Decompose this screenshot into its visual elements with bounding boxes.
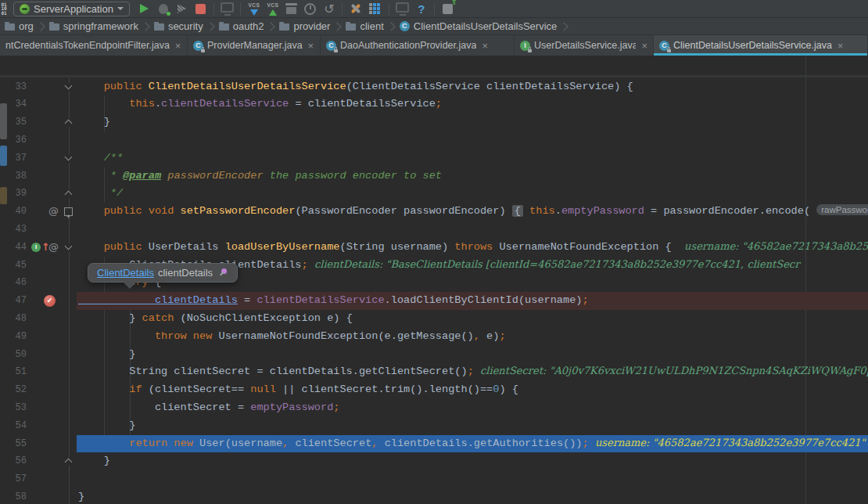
close-icon[interactable]: × [308,40,314,52]
gutter[interactable] [27,113,77,131]
code-text[interactable]: public UserDetails loadUserByUsername(St… [77,239,868,257]
gutter[interactable] [27,221,77,239]
attach-to-process-button[interactable] [393,0,412,17]
gutter[interactable] [27,292,77,310]
lock-icon [528,49,532,52]
line-number: 46 [0,274,27,292]
code-editor[interactable]: 33 public ClientDetailsUserDetailsServic… [0,56,868,504]
save-all-button[interactable] [439,0,457,17]
close-icon[interactable]: × [482,40,488,52]
gutter[interactable] [27,131,77,149]
breakpoint-icon[interactable] [44,295,56,307]
debug-button[interactable] [154,0,173,17]
code-text[interactable]: } [77,417,868,435]
code-text[interactable]: clientDetails = clientDetailsService.loa… [77,292,868,310]
gutter[interactable] [27,257,77,275]
fold-marker-icon[interactable] [64,457,73,466]
close-icon[interactable]: × [838,40,844,52]
gutter[interactable] [27,274,77,292]
code-text[interactable] [77,131,868,149]
breadcrumb-item-springframework[interactable]: springframework [49,20,138,32]
fold-marker-icon[interactable] [64,243,73,252]
code-text[interactable]: return new User(username, clientSecret, … [77,435,868,453]
run-button[interactable] [135,0,154,17]
gutter[interactable] [27,78,77,96]
rollback-button[interactable] [320,0,339,17]
fold-marker-icon[interactable] [64,189,73,198]
pin-icon[interactable] [219,268,228,278]
code-text[interactable] [77,221,868,239]
gutter[interactable]: @ [27,203,77,221]
fold-marker-icon[interactable] [64,207,73,216]
gutter[interactable] [27,435,77,453]
tab-UserDetailsService.java[interactable]: IUserDetailsService.java× [515,35,654,56]
gutter[interactable] [27,346,77,364]
tooltip-type-link[interactable]: ClientDetails [97,267,154,279]
gutter[interactable] [27,167,77,185]
close-icon[interactable]: × [641,40,647,52]
gutter[interactable] [27,185,77,203]
breadcrumb-item-client[interactable]: client [346,20,383,32]
code-text[interactable]: clientSecret = emptyPassword; [77,399,868,417]
chevron-right-icon [560,22,569,31]
gutter[interactable] [27,328,77,346]
code-text[interactable]: */ [77,185,868,203]
run-with-coverage-button[interactable] [173,0,192,17]
code-text[interactable]: if (clientSecret== null || clientSecret.… [77,381,868,399]
gutter[interactable] [27,452,77,470]
code-text[interactable]: } [77,488,868,504]
lock-icon [667,49,671,52]
implements-method-icon[interactable]: I [31,243,41,252]
vcs-commit-button[interactable] [264,0,282,17]
project-structure-button[interactable] [365,0,386,17]
profiler-button[interactable] [218,0,237,17]
code-text[interactable]: this.clientDetailsService = clientDetail… [77,95,868,113]
fold-marker-icon[interactable] [64,83,73,92]
code-text[interactable]: } [77,452,868,470]
tab-ProviderManager.java[interactable]: CProviderManager.java× [188,35,321,56]
breadcrumb-item-ClientDetailsUserDetailsService[interactable]: CClientDetailsUserDetailsService [400,20,558,32]
code-text[interactable]: public ClientDetailsUserDetailsService(C… [77,78,868,96]
gutter[interactable]: I@ [27,239,77,257]
breadcrumb-item-org[interactable]: org [5,20,34,32]
code-text[interactable]: String clientSecret = clientDetails.getC… [77,363,868,381]
gutter[interactable] [27,95,77,113]
code-line-33: 33 public ClientDetailsUserDetailsServic… [0,78,868,96]
gutter[interactable] [27,470,77,488]
gutter[interactable] [27,149,77,167]
chevron-right-icon [386,22,395,31]
gutter[interactable] [27,381,77,399]
breadcrumb-item-security[interactable]: security [154,20,203,32]
toolbar-separator [213,3,215,15]
tab-DaoAuthenticationProvider.java[interactable]: CDaoAuthenticationProvider.java× [321,35,515,56]
gutter[interactable] [27,417,77,435]
build-artifacts-button[interactable] [282,0,301,17]
gutter[interactable] [27,399,77,417]
tab-ntCredentialsTokenEndpointFilter.java[interactable]: ntCredentialsTokenEndpointFilter.java× [0,35,188,56]
tab-ClientDetailsUserDetailsService.java[interactable]: CClientDetailsUserDetailsService.java× [654,35,868,56]
fold-marker-icon[interactable] [64,154,73,163]
stop-button[interactable] [192,0,210,17]
breadcrumb-item-oauth2[interactable]: oauth2 [219,20,264,32]
code-text[interactable]: /** [77,149,868,167]
code-text[interactable]: } catch (NoSuchClientException e) { [77,310,868,328]
breadcrumb-item-provider[interactable]: provider [279,20,330,32]
code-text[interactable]: } [77,346,868,364]
close-icon[interactable]: × [175,40,181,52]
code-text[interactable]: * @param passwordEncoder the password en… [77,167,868,185]
help-button[interactable] [412,0,431,17]
code-text[interactable]: throw new UsernameNotFoundException(e.ge… [77,328,868,346]
vcs-update-button[interactable] [245,0,264,17]
gutter[interactable] [27,310,77,328]
code-text[interactable] [77,470,868,488]
run-configuration-selector[interactable]: ServerApplication [13,2,130,16]
external-annotation-icon[interactable]: @ [48,239,59,257]
settings-button[interactable] [346,0,365,17]
external-annotation-icon[interactable]: @ [48,203,59,221]
recent-changes-button[interactable] [301,0,320,17]
fold-marker-icon[interactable] [64,118,73,127]
code-text[interactable]: } [77,113,868,131]
gutter[interactable] [27,488,77,504]
code-text[interactable]: public void setPasswordEncoder(PasswordE… [77,203,868,221]
gutter[interactable] [27,363,77,381]
